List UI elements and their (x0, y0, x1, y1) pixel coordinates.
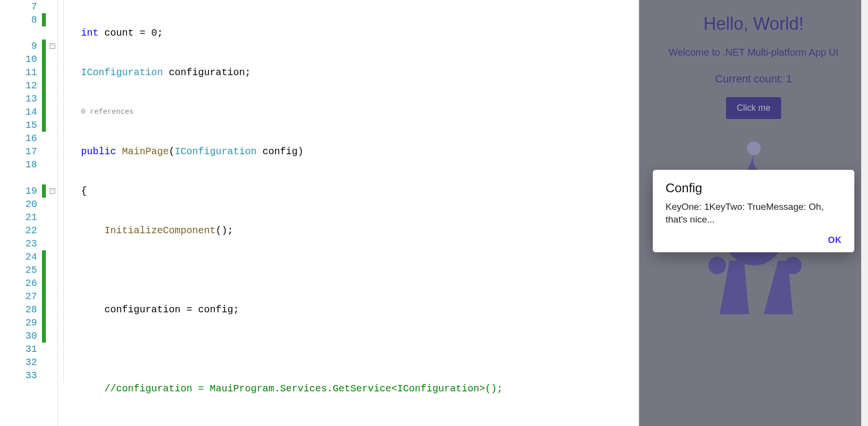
line-number: 13 (0, 92, 37, 105)
code-line[interactable]: int count = 0; (81, 26, 639, 40)
fold-gutter[interactable]: −− (48, 0, 58, 426)
line-number: 15 (0, 119, 37, 132)
line-number: 22 (0, 224, 37, 237)
line-number: 28 (0, 303, 37, 316)
line-number: 11 (0, 66, 37, 79)
line-number: 32 (0, 356, 37, 369)
line-number: 9 (0, 40, 37, 53)
code-line[interactable] (81, 422, 639, 426)
dialog-title: Config (666, 181, 842, 196)
line-number: 21 (0, 211, 37, 224)
code-line[interactable] (81, 264, 639, 277)
line-number: 26 (0, 277, 37, 290)
app-counter-label: Current count: 1 (639, 73, 868, 85)
svg-point-2 (708, 257, 726, 274)
line-number: 29 (0, 316, 37, 329)
dialog-message: KeyOne: 1KeyTwo: TrueMessage: Oh, that's… (666, 201, 842, 225)
line-number: 18 (0, 158, 37, 171)
line-number: 24 (0, 250, 37, 264)
line-number: 20 (0, 198, 37, 211)
dialog-ok-button[interactable]: OK (666, 235, 842, 245)
fold-toggle-icon[interactable]: − (50, 43, 55, 49)
app-title: Hello, World! (639, 14, 868, 34)
code-line[interactable]: { (81, 184, 639, 198)
line-number: 19 (0, 184, 37, 198)
line-number: 14 (0, 105, 37, 119)
line-number: 16 (0, 132, 37, 145)
code-line[interactable]: InitializeComponent(); (81, 224, 639, 237)
code-line[interactable]: public MainPage(IConfiguration config) (81, 145, 639, 158)
code-area[interactable]: int count = 0; IConfiguration configurat… (81, 0, 639, 426)
codelens-references[interactable]: 0 references (81, 105, 639, 119)
line-number: 27 (0, 290, 37, 303)
svg-point-0 (747, 142, 761, 155)
code-line[interactable]: IConfiguration configuration; (81, 66, 639, 79)
line-number: 17 (0, 145, 37, 158)
codelens-refs[interactable] (0, 171, 37, 184)
change-indicator-bar (40, 0, 48, 426)
line-number: 33 (0, 369, 37, 382)
line-number: 30 (0, 329, 37, 343)
code-line[interactable]: configuration = config; (81, 303, 639, 316)
line-number: 12 (0, 79, 37, 92)
click-me-button[interactable]: Click me (726, 97, 781, 119)
line-number: 31 (0, 343, 37, 356)
codelens-refs[interactable] (0, 26, 37, 40)
code-line[interactable] (81, 343, 639, 356)
line-number-gutter: 7 8 9 10 11 12 13 14 15 16 17 18 19 20 2… (0, 0, 40, 426)
line-number: 7 (0, 0, 37, 13)
code-line[interactable]: //configuration = MauiProgram.Services.G… (81, 382, 639, 395)
line-number: 25 (0, 264, 37, 277)
app-emulator-preview: Hello, World! Welcome to .NET Multi-plat… (639, 0, 868, 426)
preview-scrollbar[interactable] (861, 0, 868, 426)
alert-dialog: Config KeyOne: 1KeyTwo: TrueMessage: Oh,… (653, 170, 854, 252)
fold-toggle-icon[interactable]: − (50, 188, 55, 194)
code-editor[interactable]: 7 8 9 10 11 12 13 14 15 16 17 18 19 20 2… (0, 0, 639, 426)
indent-guides (58, 0, 81, 426)
line-number: 10 (0, 53, 37, 66)
line-number: 23 (0, 237, 37, 250)
svg-point-3 (784, 257, 802, 274)
app-subtitle: Welcome to .NET Multi-platform App UI (639, 47, 868, 58)
line-number: 8 (0, 13, 37, 26)
